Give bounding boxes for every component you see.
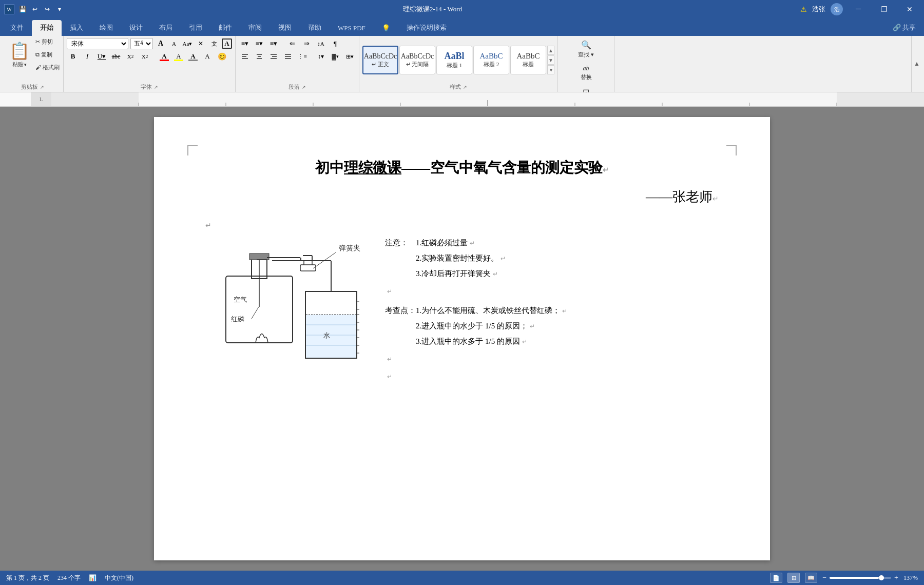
redo-button[interactable]: ↪ <box>42 4 52 14</box>
tab-wpspdf[interactable]: WPS PDF <box>330 21 374 36</box>
borders-button[interactable]: ⊞▾ <box>343 51 356 62</box>
multilevel-button[interactable]: ≡▾ <box>267 38 280 49</box>
find-button[interactable]: 🔍 查找 ▾ <box>574 38 599 61</box>
phonetic-button[interactable]: 文 <box>208 38 220 49</box>
font-grow-button[interactable]: A <box>155 38 166 49</box>
indent-increase-button[interactable]: ⇒ <box>300 38 313 49</box>
show-para-button[interactable]: ¶ <box>329 38 341 49</box>
sort-button[interactable]: ↕A <box>315 38 327 49</box>
tab-review[interactable]: 审阅 <box>240 20 270 36</box>
tab-design[interactable]: 设计 <box>121 20 151 36</box>
char-border-button[interactable]: A <box>222 38 232 49</box>
font-size-select[interactable]: 五号 <box>130 38 153 49</box>
clipboard-expand[interactable]: ↗ <box>40 85 44 90</box>
zoom-slider[interactable]: − + <box>822 574 898 582</box>
margin-bracket-tl <box>187 145 198 155</box>
user-avatar[interactable]: 浩 <box>831 3 843 15</box>
note1-3-mark: ↵ <box>493 270 498 278</box>
font-expand[interactable]: ↗ <box>154 85 158 90</box>
superscript-button[interactable]: X2 <box>139 51 151 62</box>
subscript-button[interactable]: X2 <box>124 51 137 62</box>
para-expand[interactable]: ↗ <box>302 85 306 90</box>
font-name-select[interactable]: 宋体 <box>67 38 128 49</box>
web-layout-button[interactable]: ⊞ <box>787 573 800 583</box>
style-heading2[interactable]: AaBbC 标题 2 <box>473 46 509 74</box>
tab-mailings[interactable]: 邮件 <box>210 20 240 36</box>
restore-button[interactable]: ❐ <box>874 2 894 16</box>
style-no-spacing[interactable]: AaBbCcDc ↵ 无间隔 <box>399 46 435 74</box>
tab-draw[interactable]: 绘图 <box>91 20 121 36</box>
close-button[interactable]: ✕ <box>899 2 920 16</box>
char-shading-button[interactable]: A <box>187 51 199 62</box>
tab-help[interactable]: 帮助 <box>300 20 330 36</box>
style-title[interactable]: AaBbC 标题 <box>510 46 546 74</box>
more-button[interactable]: ▾ <box>54 4 65 14</box>
indent-decrease-button[interactable]: ⇐ <box>286 38 298 49</box>
style-heading1[interactable]: AaBl 标题 1 <box>436 46 472 74</box>
note1-2-mark: ↵ <box>500 255 506 262</box>
document-scroll-area[interactable]: 初中理综微课——空气中氧气含量的测定实验↵ ——张老师↵ ↵ 弹簧夹 <box>0 107 924 571</box>
bullets-button[interactable]: ≡▾ <box>239 38 251 49</box>
zoom-in-button[interactable]: + <box>894 574 898 582</box>
tab-layout[interactable]: 布局 <box>151 20 181 36</box>
username-display: 浩张 <box>812 5 825 14</box>
ruler-bar <box>51 92 924 106</box>
strikethrough-button[interactable]: abc <box>110 51 122 62</box>
numbering-button[interactable]: ≡▾ <box>253 38 265 49</box>
collapse-ribbon-button[interactable]: ▲ <box>912 36 922 92</box>
font-color-button[interactable]: A <box>158 51 170 62</box>
styles-expand[interactable]: ↗ <box>463 85 467 90</box>
highlight-button[interactable]: A <box>172 51 185 62</box>
bold-button[interactable]: B <box>67 51 79 62</box>
justify-button[interactable] <box>282 51 294 62</box>
title-bar: W 💾 ↩ ↪ ▾ 理综微课2-14 - Word ⚠ 中文(中国) 浩张 浩 … <box>0 0 924 18</box>
para-row1: ≡▾ ≡▾ ≡▾ ⇐ ⇒ ↕A ¶ <box>239 38 341 49</box>
style-scroll-down[interactable]: ▼ <box>547 55 554 65</box>
tab-view[interactable]: 视图 <box>270 20 300 36</box>
save-button[interactable]: 💾 <box>17 4 28 14</box>
share-button[interactable]: 🔗 共享 <box>887 20 922 36</box>
style-scroll-up[interactable]: ▲ <box>547 46 554 55</box>
align-left-button[interactable] <box>239 51 251 62</box>
dist-justify-button[interactable]: ⋮≡ <box>296 51 309 62</box>
minimize-button[interactable]: ─ <box>848 2 869 16</box>
zoom-track[interactable] <box>830 577 891 579</box>
font-section: 宋体 五号 A A Aa▾ ✕ 文 A B I U▾ abc X2 X2 <box>64 36 236 92</box>
tab-file[interactable]: 文件 <box>2 20 32 36</box>
copy-button[interactable]: ⧉ 复制 <box>35 51 60 59</box>
empty2-mark: ↵ <box>387 356 392 363</box>
font-case-button[interactable]: Aa▾ <box>182 38 193 49</box>
tab-search[interactable]: 操作说明搜索 <box>398 20 455 36</box>
tab-lightbulb[interactable]: 💡 <box>374 21 398 36</box>
tab-home[interactable]: 开始 <box>32 20 62 36</box>
style-scroll-more[interactable]: ▾ <box>547 65 554 74</box>
font-shrink-button[interactable]: A <box>168 38 180 49</box>
char-border-btn[interactable]: A <box>201 51 214 62</box>
zoom-out-button[interactable]: − <box>822 574 826 582</box>
read-mode-button[interactable]: 📖 <box>805 573 817 583</box>
document-subtitle: ——张老师↵ <box>205 188 719 206</box>
clear-format-button[interactable]: ✕ <box>195 38 206 49</box>
paste-button[interactable]: 📋 粘贴▾ <box>6 38 33 71</box>
italic-button[interactable]: I <box>81 51 93 62</box>
font-label: 字体 ↗ <box>67 82 232 91</box>
tab-insert[interactable]: 插入 <box>62 20 91 36</box>
print-layout-button[interactable]: 📄 <box>770 573 782 583</box>
label-water: 水 <box>323 332 330 339</box>
shading-button[interactable]: ▓▾ <box>329 51 341 62</box>
zoom-thumb[interactable] <box>879 575 884 580</box>
underline-button[interactable]: U▾ <box>95 51 108 62</box>
format-painter-button[interactable]: 🖌 格式刷 <box>35 64 60 71</box>
cut-button[interactable]: ✂ 剪切 <box>35 38 60 46</box>
align-right-button[interactable] <box>267 51 280 62</box>
undo-button[interactable]: ↩ <box>30 4 40 14</box>
ribbon-spacer <box>614 36 912 92</box>
style-normal[interactable]: AaBbCcDc ↵ 正文 <box>362 46 398 74</box>
align-center-button[interactable] <box>253 51 265 62</box>
tab-references[interactable]: 引用 <box>181 20 210 36</box>
title-underline-part: 理综微课 <box>344 160 401 176</box>
replace-icon: ab <box>583 65 589 72</box>
line-spacing-button[interactable]: ↕▾ <box>315 51 327 62</box>
emoji-button[interactable]: 😊 <box>216 51 228 62</box>
replace-button[interactable]: ab 替换 <box>574 62 599 84</box>
